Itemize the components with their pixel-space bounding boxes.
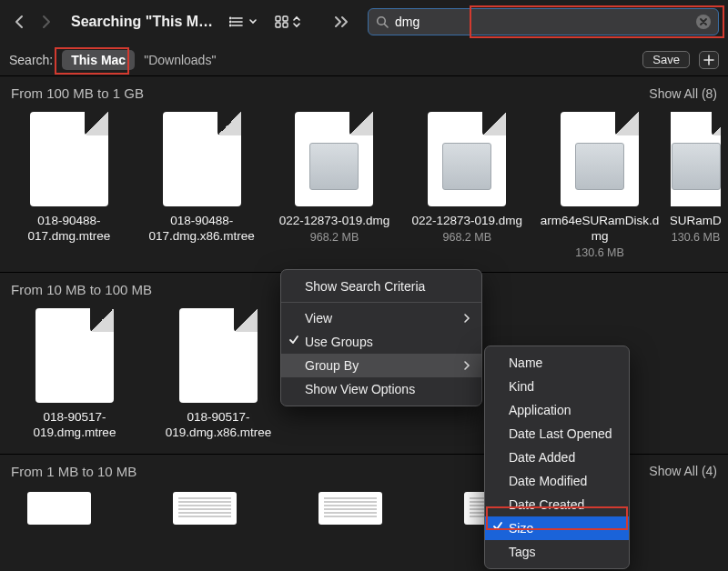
add-criteria-button[interactable] bbox=[699, 51, 719, 69]
search-scope-bar: Search: This Mac "Downloads" Save bbox=[0, 44, 728, 76]
section-header: From 100 MB to 1 GB Show All (8) bbox=[0, 76, 728, 106]
file-item[interactable]: arm64eSURamDisk.dmg 130.6 MB bbox=[538, 112, 662, 259]
show-all-link[interactable]: Show All (4) bbox=[649, 464, 717, 478]
file-item[interactable]: 018-90488-017.dmg.mtree bbox=[7, 112, 131, 259]
file-name: 022-12873-019.dmg bbox=[279, 214, 390, 229]
disk-image-icon bbox=[295, 112, 373, 206]
check-icon bbox=[288, 335, 299, 346]
group-by-submenu: Name Kind Application Date Last Opened D… bbox=[484, 346, 630, 569]
view-mode-button[interactable] bbox=[275, 15, 300, 29]
document-icon[interactable] bbox=[27, 492, 91, 525]
plus-icon bbox=[703, 55, 714, 65]
file-item[interactable]: 018-90517-019.dmg.x86.mtree bbox=[151, 308, 286, 441]
menu-label: Date Added bbox=[509, 450, 575, 465]
context-menu: Show Search Criteria View Use Groups Gro… bbox=[280, 269, 482, 406]
menu-label: Tags bbox=[509, 545, 536, 559]
document-icon[interactable] bbox=[173, 492, 237, 525]
double-chevron-right-icon bbox=[334, 15, 350, 28]
toolbar: Searching "This M… bbox=[0, 0, 728, 44]
list-icon bbox=[229, 15, 248, 28]
menu-separator bbox=[281, 302, 481, 303]
document-icon bbox=[35, 308, 114, 403]
scope-this-mac[interactable]: This Mac bbox=[62, 50, 135, 70]
menu-label: Application bbox=[509, 403, 571, 417]
menu-label: Date Created bbox=[509, 497, 584, 512]
submenu-size[interactable]: Size bbox=[485, 516, 629, 540]
disk-image-icon bbox=[561, 112, 639, 206]
document-icon bbox=[179, 308, 258, 403]
scope-downloads[interactable]: "Downloads" bbox=[144, 53, 216, 67]
scope-label: Search: bbox=[9, 53, 53, 67]
submenu-date-created[interactable]: Date Created bbox=[485, 493, 629, 516]
disk-image-icon bbox=[671, 112, 721, 206]
submenu-date-modified[interactable]: Date Modified bbox=[485, 469, 629, 493]
section-title: From 100 MB to 1 GB bbox=[11, 85, 649, 101]
file-name: 018-90488-017.dmg.mtree bbox=[7, 214, 131, 245]
submenu-date-added[interactable]: Date Added bbox=[485, 446, 629, 469]
search-input[interactable] bbox=[395, 15, 696, 29]
file-name: arm64eSURamDisk.dmg bbox=[671, 214, 721, 229]
menu-view[interactable]: View bbox=[281, 306, 481, 330]
chevron-right-icon bbox=[41, 15, 52, 29]
menu-group-by[interactable]: Group By bbox=[281, 354, 481, 377]
clear-search-button[interactable] bbox=[696, 15, 711, 29]
file-name: arm64eSURamDisk.dmg bbox=[538, 214, 662, 245]
file-item[interactable]: 018-90517-019.dmg.mtree bbox=[7, 308, 142, 441]
file-item[interactable]: arm64eSURamDisk.dmg 130.6 MB bbox=[671, 112, 721, 259]
menu-label: Show Search Criteria bbox=[305, 279, 425, 294]
overflow-button[interactable] bbox=[329, 11, 355, 33]
file-size: 968.2 MB bbox=[310, 231, 359, 244]
grid-icon bbox=[275, 15, 291, 28]
back-button[interactable] bbox=[9, 12, 29, 32]
file-name: 018-90517-019.dmg.mtree bbox=[7, 410, 142, 441]
chevron-right-icon bbox=[463, 360, 470, 371]
svg-rect-6 bbox=[276, 16, 280, 21]
window-title: Searching "This M… bbox=[71, 14, 217, 30]
x-icon bbox=[700, 18, 707, 25]
submenu-name[interactable]: Name bbox=[485, 351, 629, 375]
file-name: 018-90488-017.dmg.x86.mtree bbox=[140, 214, 264, 245]
submenu-kind[interactable]: Kind bbox=[485, 375, 629, 398]
submenu-date-last-opened[interactable]: Date Last Opened bbox=[485, 422, 629, 446]
group-mode-button[interactable] bbox=[229, 15, 257, 28]
file-name: 018-90517-019.dmg.x86.mtree bbox=[151, 410, 286, 441]
menu-label: Name bbox=[509, 356, 542, 370]
svg-point-3 bbox=[229, 17, 230, 18]
document-icon bbox=[163, 112, 241, 206]
document-icon[interactable] bbox=[318, 492, 382, 525]
menu-show-view-options[interactable]: Show View Options bbox=[281, 377, 481, 401]
menu-label: Group By bbox=[305, 358, 359, 373]
menu-label: Kind bbox=[509, 379, 534, 394]
svg-line-11 bbox=[385, 24, 389, 27]
chevron-down-icon bbox=[249, 15, 257, 28]
document-icon bbox=[30, 112, 108, 206]
file-size: 130.6 MB bbox=[672, 231, 721, 244]
submenu-tags[interactable]: Tags bbox=[485, 540, 629, 564]
file-grid: 018-90488-017.dmg.mtree 018-90488-017.dm… bbox=[0, 106, 728, 272]
menu-label: View bbox=[305, 311, 332, 326]
file-item[interactable]: 018-90488-017.dmg.x86.mtree bbox=[140, 112, 264, 259]
svg-rect-9 bbox=[283, 23, 288, 27]
up-down-chevron-icon bbox=[293, 15, 300, 29]
svg-rect-8 bbox=[276, 23, 280, 27]
chevron-right-icon bbox=[463, 313, 470, 324]
disk-image-icon bbox=[428, 112, 506, 206]
show-all-link[interactable]: Show All (8) bbox=[649, 86, 717, 101]
search-field[interactable] bbox=[368, 8, 719, 35]
file-item[interactable]: 022-12873-019.dmg 968.2 MB bbox=[273, 112, 397, 259]
menu-label: Use Groups bbox=[305, 335, 373, 349]
submenu-application[interactable]: Application bbox=[485, 398, 629, 422]
search-icon bbox=[376, 15, 389, 29]
check-icon bbox=[492, 521, 503, 532]
svg-point-4 bbox=[229, 21, 230, 22]
menu-show-search-criteria[interactable]: Show Search Criteria bbox=[281, 275, 481, 298]
menu-label: Size bbox=[509, 521, 533, 536]
menu-use-groups[interactable]: Use Groups bbox=[281, 330, 481, 354]
file-size: 968.2 MB bbox=[443, 231, 492, 244]
file-name: 022-12873-019.dmg bbox=[411, 214, 522, 229]
file-item[interactable]: 022-12873-019.dmg 968.2 MB bbox=[405, 112, 529, 259]
menu-label: Date Modified bbox=[509, 474, 587, 488]
save-search-button[interactable]: Save bbox=[642, 51, 690, 68]
chevron-left-icon bbox=[14, 15, 25, 29]
forward-button[interactable] bbox=[36, 12, 56, 32]
